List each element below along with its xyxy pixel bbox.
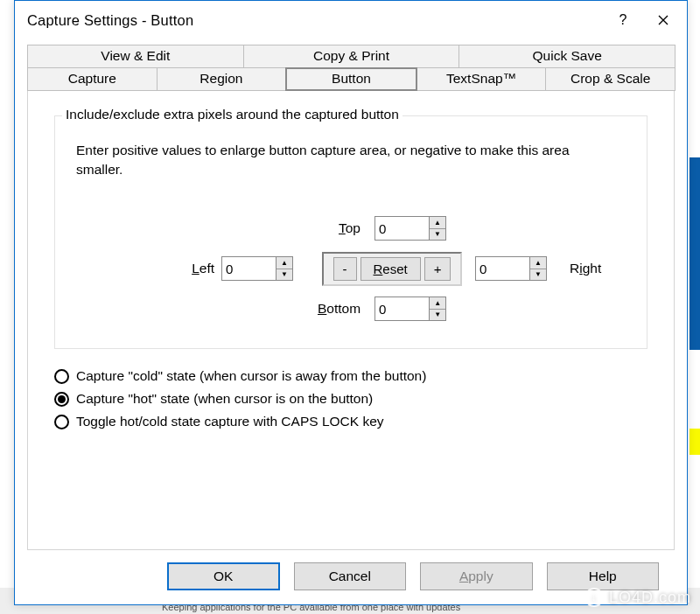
window-title: Capture Settings - Button — [27, 12, 603, 29]
dialog-window: Capture Settings - Button ? View & Edit … — [14, 0, 688, 605]
right-spin-down[interactable]: ▼ — [530, 269, 546, 281]
radio-hot-label: Capture "hot" state (when cursor is on t… — [76, 391, 373, 407]
watermark-icon: ↓ — [584, 588, 604, 607]
cancel-button[interactable]: Cancel — [294, 562, 406, 590]
tab-quick-save[interactable]: Quick Save — [458, 45, 676, 67]
right-label: Right — [563, 261, 633, 276]
apply-button[interactable]: Apply — [420, 562, 532, 590]
watermark: ↓ LO4D.com — [584, 588, 691, 607]
state-radios: Capture "cold" state (when cursor is awa… — [54, 368, 648, 429]
help-icon[interactable]: ? — [603, 5, 643, 35]
client-area: View & Edit Copy & Print Quick Save Capt… — [15, 39, 687, 604]
groupbox-description: Enter positive values to enlarge button … — [76, 141, 610, 178]
background-right-blue — [690, 157, 700, 350]
dialog-footer: OK Cancel Apply Help — [27, 562, 675, 604]
help-button[interactable]: Help — [547, 562, 659, 590]
top-label: Top — [339, 220, 368, 236]
titlebar: Capture Settings - Button ? — [15, 1, 687, 39]
decrement-button[interactable]: - — [333, 257, 357, 281]
left-spin-down[interactable]: ▼ — [276, 269, 292, 281]
tab-copy-print[interactable]: Copy & Print — [243, 45, 460, 67]
left-spinner[interactable]: ▲ ▼ — [221, 256, 293, 281]
reset-group: - Reset + — [322, 252, 462, 286]
bottom-input[interactable] — [374, 297, 429, 321]
right-input[interactable] — [475, 256, 529, 281]
top-spinner[interactable]: ▲ ▼ — [374, 216, 446, 241]
background-right-yellow — [690, 429, 700, 455]
tab-button[interactable]: Button — [285, 67, 417, 91]
tab-textsnap[interactable]: TextSnap™ — [416, 67, 547, 91]
watermark-text: LO4D.com — [609, 589, 691, 607]
left-input[interactable] — [221, 256, 276, 281]
left-label: Left — [81, 261, 221, 276]
bottom-spin-down[interactable]: ▼ — [430, 310, 445, 321]
increment-button[interactable]: + — [424, 257, 452, 281]
groupbox-legend: Include/exclude extra pixels around the … — [62, 107, 402, 122]
radio-cold-label: Capture "cold" state (when cursor is awa… — [76, 368, 426, 384]
top-spin-up[interactable]: ▲ — [430, 217, 445, 229]
ok-button[interactable]: OK — [167, 562, 280, 590]
tab-capture[interactable]: Capture — [27, 67, 158, 91]
right-spin-up[interactable]: ▲ — [530, 257, 546, 269]
top-input[interactable] — [374, 216, 429, 241]
radio-icon — [54, 369, 69, 384]
radio-cold[interactable]: Capture "cold" state (when cursor is awa… — [54, 368, 648, 384]
tab-crop-scale[interactable]: Crop & Scale — [545, 67, 676, 91]
tab-strip: View & Edit Copy & Print Quick Save Capt… — [27, 45, 675, 91]
tab-pane-button: Include/exclude extra pixels around the … — [27, 91, 675, 550]
left-spin-up[interactable]: ▲ — [276, 257, 292, 269]
tab-view-edit[interactable]: View & Edit — [27, 45, 244, 67]
margins-groupbox: Include/exclude extra pixels around the … — [54, 115, 648, 349]
radio-toggle[interactable]: Toggle hot/cold state capture with CAPS … — [54, 414, 648, 429]
right-spinner[interactable]: ▲ ▼ — [475, 256, 547, 281]
bottom-spin-up[interactable]: ▲ — [430, 297, 445, 310]
bottom-spinner[interactable]: ▲ ▼ — [374, 297, 446, 321]
radio-toggle-label: Toggle hot/cold state capture with CAPS … — [76, 414, 384, 429]
radio-icon-selected — [54, 392, 69, 407]
radio-hot[interactable]: Capture "hot" state (when cursor is on t… — [54, 391, 648, 407]
close-icon[interactable] — [643, 5, 683, 35]
radio-icon — [54, 415, 69, 429]
top-spin-down[interactable]: ▼ — [430, 229, 445, 241]
tab-region[interactable]: Region — [157, 67, 287, 91]
margins-grid: Top ▲ ▼ Left — [81, 210, 629, 327]
bottom-label: Bottom — [318, 301, 368, 317]
reset-button[interactable]: Reset — [360, 257, 421, 281]
